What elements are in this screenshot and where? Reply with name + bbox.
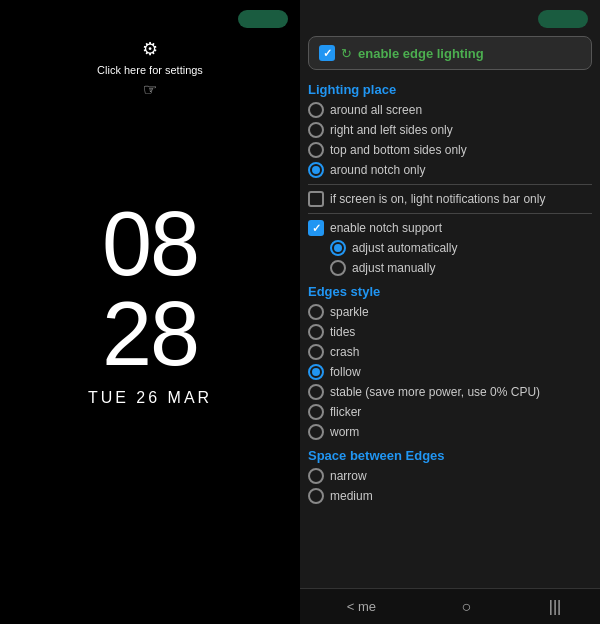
- radio-narrow-button[interactable]: [308, 468, 324, 484]
- radio-adjust-manual-label: adjust manually: [352, 261, 435, 275]
- settings-label[interactable]: Click here for settings: [97, 64, 203, 76]
- radio-adjust-auto[interactable]: adjust automatically: [330, 240, 592, 256]
- radio-tides[interactable]: tides: [308, 324, 592, 340]
- radio-stable-button[interactable]: [308, 384, 324, 400]
- clock-minutes: 28: [102, 289, 198, 379]
- screen-on-label: if screen is on, light notifications bar…: [330, 192, 545, 206]
- radio-flicker-button[interactable]: [308, 404, 324, 420]
- back-button[interactable]: < me: [339, 599, 384, 614]
- enable-edge-row[interactable]: ↻ enable edge lighting: [319, 45, 581, 61]
- radio-adjust-auto-label: adjust automatically: [352, 241, 457, 255]
- radio-worm-button[interactable]: [308, 424, 324, 440]
- divider-1: [308, 184, 592, 185]
- radio-around-notch-button[interactable]: [308, 162, 324, 178]
- radio-flicker-label: flicker: [330, 405, 361, 419]
- radio-top-bottom-button[interactable]: [308, 142, 324, 158]
- radio-follow-button[interactable]: [308, 364, 324, 380]
- home-button[interactable]: ○: [462, 598, 472, 616]
- bottom-nav: < me ○ |||: [300, 588, 600, 624]
- radio-narrow[interactable]: narrow: [308, 468, 592, 484]
- radio-right-left[interactable]: right and left sides only: [308, 122, 592, 138]
- radio-tides-button[interactable]: [308, 324, 324, 340]
- radio-around-all[interactable]: around all screen: [308, 102, 592, 118]
- radio-medium-button[interactable]: [308, 488, 324, 504]
- radio-sparkle-label: sparkle: [330, 305, 369, 319]
- notch-sub-options: adjust automatically adjust manually: [330, 240, 592, 276]
- lighting-place-title: Lighting place: [308, 82, 592, 97]
- radio-around-notch[interactable]: around notch only: [308, 162, 592, 178]
- notch-support-label: enable notch support: [330, 221, 442, 235]
- clock-date: TUE 26 MAR: [88, 389, 212, 407]
- radio-around-all-label: around all screen: [330, 103, 422, 117]
- notch-support-option[interactable]: enable notch support: [308, 220, 592, 236]
- notch-support-checkbox[interactable]: [308, 220, 324, 236]
- divider-2: [308, 213, 592, 214]
- radio-top-bottom[interactable]: top and bottom sides only: [308, 142, 592, 158]
- radio-worm[interactable]: worm: [308, 424, 592, 440]
- radio-medium[interactable]: medium: [308, 488, 592, 504]
- radio-sparkle[interactable]: sparkle: [308, 304, 592, 320]
- notch-pill-left: [238, 10, 288, 28]
- radio-right-left-label: right and left sides only: [330, 123, 453, 137]
- home-label: ○: [462, 598, 472, 615]
- clock-hours: 08: [102, 199, 198, 289]
- enable-edge-label: enable edge lighting: [358, 46, 484, 61]
- radio-top-bottom-label: top and bottom sides only: [330, 143, 467, 157]
- edges-style-title: Edges style: [308, 284, 592, 299]
- enable-edge-panel: ↻ enable edge lighting: [308, 36, 592, 70]
- menu-label: |||: [549, 598, 561, 615]
- right-panel: ↻ enable edge lighting Lighting place ar…: [300, 0, 600, 624]
- radio-tides-label: tides: [330, 325, 355, 339]
- radio-right-left-button[interactable]: [308, 122, 324, 138]
- clock-area: 08 28 TUE 26 MAR: [88, 199, 212, 407]
- radio-around-all-button[interactable]: [308, 102, 324, 118]
- radio-crash-button[interactable]: [308, 344, 324, 360]
- radio-follow[interactable]: follow: [308, 364, 592, 380]
- radio-worm-label: worm: [330, 425, 359, 439]
- radio-around-notch-label: around notch only: [330, 163, 425, 177]
- hand-pointer-icon: ☞: [143, 80, 157, 99]
- radio-stable[interactable]: stable (save more power, use 0% CPU): [308, 384, 592, 400]
- menu-button[interactable]: |||: [549, 598, 561, 616]
- screen-on-option[interactable]: if screen is on, light notifications bar…: [308, 191, 592, 207]
- gear-icon: ⚙: [142, 38, 158, 60]
- enable-edge-checkbox[interactable]: [319, 45, 335, 61]
- notch-pill-right: [538, 10, 588, 28]
- left-panel: ⚙ Click here for settings ☞ 08 28 TUE 26…: [0, 0, 300, 624]
- radio-crash-label: crash: [330, 345, 359, 359]
- settings-area[interactable]: ⚙ Click here for settings ☞: [97, 38, 203, 99]
- space-edges-title: Space between Edges: [308, 448, 592, 463]
- radio-follow-label: follow: [330, 365, 361, 379]
- radio-sparkle-button[interactable]: [308, 304, 324, 320]
- radio-crash[interactable]: crash: [308, 344, 592, 360]
- radio-adjust-manual[interactable]: adjust manually: [330, 260, 592, 276]
- right-top-bar: [300, 0, 600, 28]
- radio-medium-label: medium: [330, 489, 373, 503]
- radio-stable-label: stable (save more power, use 0% CPU): [330, 385, 540, 399]
- radio-narrow-label: narrow: [330, 469, 367, 483]
- refresh-icon: ↻: [341, 46, 352, 61]
- left-top-bar: [0, 0, 300, 28]
- radio-flicker[interactable]: flicker: [308, 404, 592, 420]
- scroll-content[interactable]: Lighting place around all screen right a…: [300, 70, 600, 588]
- radio-adjust-auto-button[interactable]: [330, 240, 346, 256]
- back-label: < me: [347, 599, 376, 614]
- radio-adjust-manual-button[interactable]: [330, 260, 346, 276]
- screen-on-checkbox[interactable]: [308, 191, 324, 207]
